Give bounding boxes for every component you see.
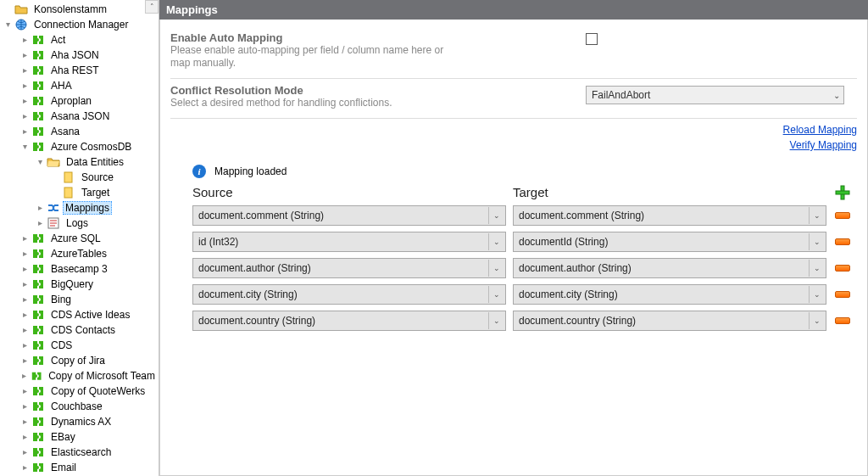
expander-icon[interactable]: ▸ <box>20 265 30 274</box>
tree-label: CDS Active Ideas <box>47 308 133 322</box>
tree-azure-cosmosdb[interactable]: ▾ Azure CosmosDB <box>2 139 159 154</box>
auto-mapping-desc: Please enable auto-mapping per field / c… <box>170 44 459 70</box>
tree-item[interactable]: ▸ BigQuery <box>2 277 159 292</box>
mapping-source-dropdown[interactable]: document.author (String) ⌄ <box>192 258 506 278</box>
tree-item[interactable]: ▸ Dynamics AX <box>2 414 159 429</box>
tree-item[interactable]: ▸ Copy of Jira <box>2 353 159 368</box>
tree-item[interactable]: ▸ Asana <box>2 124 159 139</box>
tree-item[interactable]: ▸ Elasticsearch <box>2 445 159 460</box>
dropdown-value: document.comment (String) <box>198 210 324 221</box>
delete-mapping-button[interactable] <box>833 315 852 327</box>
dropdown-value: document.author (String) <box>519 262 632 274</box>
tree-item[interactable]: ▸ AzureTables <box>2 246 159 261</box>
tree-item[interactable]: ▸ CDS Active Ideas <box>2 307 159 322</box>
tree-item[interactable]: ▸ CDS Contacts <box>2 322 159 338</box>
expander-icon[interactable]: ▸ <box>20 326 30 335</box>
tree-item[interactable]: ▸ AHA <box>2 78 159 93</box>
expander-icon[interactable]: ▸ <box>20 341 30 350</box>
expander-icon[interactable]: ▸ <box>20 249 30 259</box>
mapping-source-dropdown[interactable]: id (Int32) ⌄ <box>192 232 506 252</box>
tree-connection-manager[interactable]: ▾ Connection Manager <box>2 17 159 32</box>
chevron-down-icon: ⌄ <box>809 233 824 250</box>
tree-item[interactable]: ▸ Aha REST <box>2 63 159 78</box>
tree-item[interactable]: ▸ Couchbase <box>2 399 159 414</box>
tree-label: Couchbase <box>47 400 106 413</box>
tree-target[interactable]: ▸ Target <box>2 185 159 200</box>
expander-icon[interactable]: ▸ <box>20 448 30 457</box>
mapping-target-dropdown[interactable]: document.comment (String) ⌄ <box>513 205 826 226</box>
expander-icon[interactable]: ▸ <box>20 295 30 305</box>
scroll-up-button[interactable]: ˄ <box>145 0 159 14</box>
expander-icon[interactable]: ▸ <box>20 127 30 137</box>
tree-item[interactable]: ▸ Email <box>2 460 159 475</box>
conflict-mode-dropdown[interactable]: FailAndAbort ⌄ <box>586 86 844 104</box>
tree-item[interactable]: ▸ Copy of QuoteWerks <box>2 384 159 399</box>
expander-icon[interactable]: ▾ <box>20 143 30 152</box>
expander-icon[interactable]: ▾ <box>36 158 45 167</box>
puzzle-icon <box>31 461 45 474</box>
expander-icon[interactable]: ▸ <box>20 356 30 366</box>
chevron-down-icon: ⌄ <box>809 286 824 303</box>
puzzle-icon <box>31 94 45 108</box>
delete-mapping-button[interactable] <box>833 288 852 300</box>
conflict-desc: Select a desired method for handling con… <box>170 97 459 109</box>
expander-icon[interactable]: ▸ <box>20 51 30 60</box>
svg-rect-2 <box>64 188 72 198</box>
dropdown-value: document.city (String) <box>519 288 618 300</box>
tree-item[interactable]: ▸ Copy of Microsoft Team <box>2 368 159 384</box>
tree-mappings[interactable]: ▸ Mappings <box>2 200 159 216</box>
puzzle-icon <box>31 445 45 459</box>
expander-icon[interactable]: ▸ <box>20 387 30 396</box>
tree-item[interactable]: ▸ CDS <box>2 338 159 353</box>
delete-mapping-button[interactable] <box>833 262 852 274</box>
tree-logs[interactable]: ▸ Logs <box>2 216 159 231</box>
tree-item[interactable]: ▸ Bing <box>2 292 159 307</box>
tree-item[interactable]: ▸ Aha JSON <box>2 48 159 63</box>
mapping-target-dropdown[interactable]: document.author (String) ⌄ <box>513 258 826 278</box>
tree-item[interactable]: ▸ EBay <box>2 429 159 445</box>
tree-item[interactable]: ▸ Azure SQL <box>2 231 159 246</box>
chevron-down-icon: ⌄ <box>488 207 504 224</box>
expander-icon[interactable]: ▸ <box>20 402 30 412</box>
tree-label: Aproplan <box>47 94 95 108</box>
expander-icon[interactable]: ▸ <box>20 463 30 473</box>
panel-title: Mappings <box>159 0 868 20</box>
mapping-target-dropdown[interactable]: document.city (String) ⌄ <box>513 284 826 305</box>
expander-icon[interactable]: ▸ <box>20 81 30 91</box>
expander-icon[interactable]: ▸ <box>20 311 30 320</box>
expander-icon[interactable]: ▸ <box>20 97 30 106</box>
tree-label: Asana JSON <box>47 109 113 123</box>
mapping-source-dropdown[interactable]: document.city (String) ⌄ <box>192 284 506 305</box>
mapping-target-dropdown[interactable]: documentId (String) ⌄ <box>513 232 826 252</box>
delete-mapping-button[interactable] <box>833 236 852 248</box>
tree-item[interactable]: ▸ Basecamp 3 <box>2 261 159 277</box>
logs-icon <box>47 216 60 230</box>
tree-source[interactable]: ▸ Source <box>2 170 159 185</box>
reload-mapping-link[interactable]: Reload Mapping <box>170 124 857 136</box>
expander-icon[interactable]: ▸ <box>36 204 45 213</box>
expander-icon[interactable]: ▸ <box>20 112 30 121</box>
tree-item[interactable]: ▸ Asana JSON <box>2 109 159 124</box>
tree-root[interactable]: ▸ Konsolenstamm <box>2 2 159 17</box>
expander-icon[interactable]: ▸ <box>20 66 30 76</box>
expander-icon[interactable]: ▸ <box>20 36 30 45</box>
mapping-source-dropdown[interactable]: document.comment (String) ⌄ <box>192 205 506 226</box>
main-panel: Mappings Enable Auto Mapping Please enab… <box>159 0 868 476</box>
auto-mapping-checkbox[interactable] <box>586 33 598 45</box>
verify-mapping-link[interactable]: Verify Mapping <box>170 139 857 151</box>
expander-icon[interactable]: ▸ <box>36 219 45 228</box>
mapping-source-dropdown[interactable]: document.country (String) ⌄ <box>192 311 506 331</box>
delete-mapping-button[interactable] <box>833 210 852 221</box>
expander-icon[interactable]: ▸ <box>20 433 30 442</box>
column-header-target: Target <box>513 185 826 199</box>
add-mapping-button[interactable] <box>833 187 852 199</box>
mapping-target-dropdown[interactable]: document.country (String) ⌄ <box>513 311 826 331</box>
expander-icon[interactable]: ▸ <box>20 372 29 381</box>
tree-data-entities[interactable]: ▾ Data Entities <box>2 154 159 170</box>
expander-icon[interactable]: ▾ <box>3 20 13 30</box>
expander-icon[interactable]: ▸ <box>20 280 30 289</box>
expander-icon[interactable]: ▸ <box>20 417 30 427</box>
tree-item[interactable]: ▸ Aproplan <box>2 93 159 109</box>
expander-icon[interactable]: ▸ <box>20 234 30 244</box>
tree-item[interactable]: ▸ Act <box>2 32 159 48</box>
